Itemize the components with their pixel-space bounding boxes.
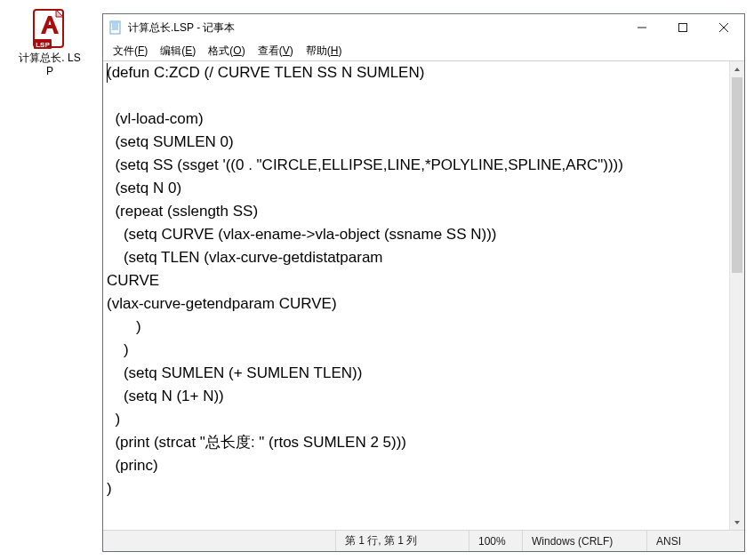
scroll-thumb[interactable] xyxy=(732,77,742,273)
close-button[interactable] xyxy=(703,14,744,41)
desktop-file-label: 计算总长. LSP xyxy=(18,52,82,78)
svg-rect-8 xyxy=(110,21,120,23)
status-blank xyxy=(103,531,335,551)
vertical-scrollbar[interactable] xyxy=(729,61,744,530)
text-editor[interactable]: (defun C:ZCD (/ CURVE TLEN SS N SUMLEN) … xyxy=(103,61,729,530)
status-eol: Windows (CRLF) xyxy=(522,531,646,551)
svg-rect-10 xyxy=(679,24,687,32)
window-title: 计算总长.LSP - 记事本 xyxy=(128,20,235,36)
menu-file[interactable]: 文件(F) xyxy=(107,42,154,60)
maximize-button[interactable] xyxy=(662,14,703,41)
editor-area: (defun C:ZCD (/ CURVE TLEN SS N SUMLEN) … xyxy=(103,60,744,530)
titlebar[interactable]: 计算总长.LSP - 记事本 xyxy=(103,14,744,41)
menu-view[interactable]: 查看(V) xyxy=(252,42,300,60)
desktop-file-icon[interactable]: LSP 计算总长. LSP xyxy=(18,7,82,78)
status-encoding: ANSI xyxy=(646,531,744,551)
notepad-window: 计算总长.LSP - 记事本 文件(F) 编辑(E) 格式(O) 查看(V) 帮… xyxy=(102,13,745,552)
menu-help[interactable]: 帮助(H) xyxy=(300,42,349,60)
status-position: 第 1 行, 第 1 列 xyxy=(335,531,469,551)
menubar: 文件(F) 编辑(E) 格式(O) 查看(V) 帮助(H) xyxy=(103,41,744,60)
notepad-icon xyxy=(108,20,123,35)
minimize-button[interactable] xyxy=(622,14,662,41)
menu-edit[interactable]: 编辑(E) xyxy=(154,42,202,60)
menu-format[interactable]: 格式(O) xyxy=(202,42,251,60)
status-zoom: 100% xyxy=(469,531,522,551)
statusbar: 第 1 行, 第 1 列 100% Windows (CRLF) ANSI xyxy=(103,530,744,551)
scroll-down-icon[interactable] xyxy=(730,515,744,530)
editor-content: (defun C:ZCD (/ CURVE TLEN SS N SUMLEN) … xyxy=(107,61,727,500)
scroll-up-icon[interactable] xyxy=(730,61,744,76)
svg-text:LSP: LSP xyxy=(36,41,50,49)
autocad-lsp-icon: LSP xyxy=(28,7,71,50)
